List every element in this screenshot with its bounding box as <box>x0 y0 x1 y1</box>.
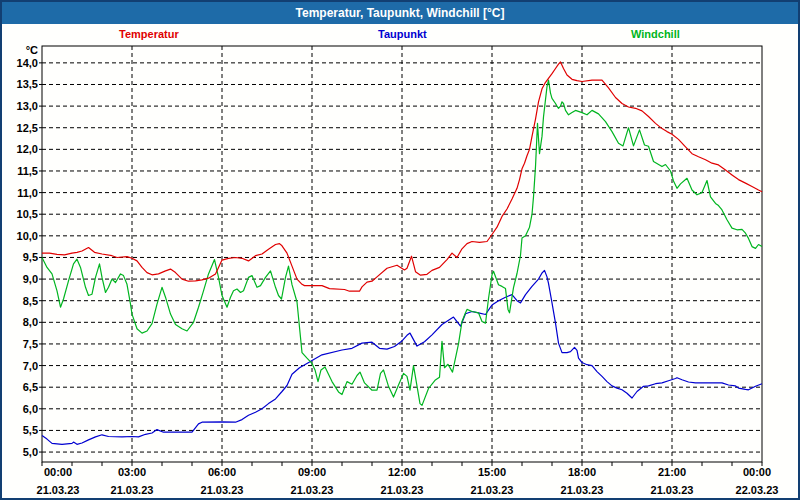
x-axis-time-label: 21:00 <box>658 466 686 478</box>
x-axis-date-label: 21.03.23 <box>651 484 694 496</box>
x-axis-date-label: 21.03.23 <box>471 484 514 496</box>
chart-legend: Temperatur Taupunkt Windchill <box>2 28 798 42</box>
y-axis-unit-label: °C <box>26 44 38 56</box>
y-axis-label: 11,5 <box>17 165 38 177</box>
y-axis-label: 6,0 <box>23 403 38 415</box>
y-axis-label: 6,5 <box>23 381 38 393</box>
y-axis-label: 9,5 <box>23 251 38 263</box>
y-axis-label: 12,5 <box>17 122 38 134</box>
chart-title: Temperatur, Taupunkt, Windchill [°C] <box>296 6 505 20</box>
legend-item-windchill: Windchill <box>631 28 680 40</box>
x-axis-time-label: 06:00 <box>208 466 236 478</box>
x-axis-time-label: 03:00 <box>118 466 146 478</box>
weather-chart-window: Temperatur, Taupunkt, Windchill [°C] Tem… <box>0 0 800 500</box>
x-axis-time-label: 18:00 <box>568 466 596 478</box>
x-axis-date-label: 21.03.23 <box>201 484 244 496</box>
y-axis-label: 9,0 <box>23 273 38 285</box>
y-axis-label: 8,0 <box>23 316 38 328</box>
y-axis-label: 10,0 <box>17 230 38 242</box>
plot-area[interactable] <box>42 46 762 462</box>
x-axis-time-label: 00:00 <box>743 466 771 478</box>
x-axis-date-label: 21.03.23 <box>111 484 154 496</box>
y-axis-label: 7,5 <box>23 338 38 350</box>
y-axis-label: 14,0 <box>17 57 38 69</box>
x-axis-time-label: 09:00 <box>298 466 326 478</box>
y-axis-label: 13,0 <box>17 100 38 112</box>
x-axis-time-label: 12:00 <box>388 466 416 478</box>
x-axis-date-label: 21.03.23 <box>291 484 334 496</box>
y-axis-label: 5,0 <box>23 446 38 458</box>
y-axis-label: 11,0 <box>17 187 38 199</box>
y-axis-label: 8,5 <box>23 295 38 307</box>
x-axis-time-label: 00:00 <box>44 466 72 478</box>
x-axis-date-label: 21.03.23 <box>381 484 424 496</box>
x-axis-date-label: 21.03.23 <box>561 484 604 496</box>
x-axis-time-label: 15:00 <box>478 466 506 478</box>
chart-svg: 5,05,56,06,57,07,58,08,59,09,510,010,511… <box>2 2 800 500</box>
legend-item-temperatur: Temperatur <box>119 28 179 40</box>
window-title-bar: Temperatur, Taupunkt, Windchill [°C] <box>2 2 798 24</box>
y-axis-label: 12,0 <box>17 143 38 155</box>
legend-item-taupunkt: Taupunkt <box>378 28 427 40</box>
x-axis-date-label: 22.03.23 <box>736 484 779 496</box>
x-axis-date-label: 21.03.23 <box>37 484 80 496</box>
y-axis-label: 7,0 <box>23 360 38 372</box>
y-axis-label: 13,5 <box>17 78 38 90</box>
y-axis-label: 5,5 <box>23 424 38 436</box>
y-axis-label: 10,5 <box>17 208 38 220</box>
